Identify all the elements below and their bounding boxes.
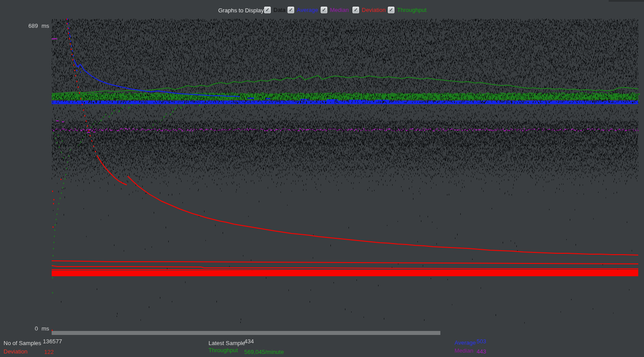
no-of-samples-label: No of Samples (4, 340, 41, 346)
window-artifact (609, 0, 644, 2)
jmeter-graph-results-window: Graphs to Display ✓ Data ✓ Average ✓ Med… (0, 0, 644, 357)
check-icon: ✓ (265, 8, 269, 12)
checkbox-average[interactable]: ✓ Average (288, 7, 318, 13)
checkbox-median-label: Median (330, 7, 349, 13)
checkbox-data-label: Data (273, 7, 285, 13)
median-label: Median (455, 347, 474, 354)
y-axis-min-unit: ms (42, 325, 49, 332)
checkbox-median[interactable]: ✓ Median (321, 7, 349, 13)
check-icon: ✓ (354, 8, 358, 12)
throughput-label: Throughput (208, 347, 238, 353)
y-axis-max-unit: ms (42, 23, 49, 29)
check-icon: ✓ (289, 8, 293, 12)
checkbox-icon[interactable]: ✓ (264, 7, 271, 13)
average-value: 503 (477, 338, 486, 345)
check-icon: ✓ (322, 8, 326, 12)
checkbox-throughput-label: Throughput (397, 7, 427, 13)
checkbox-deviation-label: Deviation (362, 7, 386, 13)
latest-sample-value: 434 (244, 338, 254, 345)
median-value: 443 (477, 348, 486, 355)
deviation-value: 122 (44, 349, 54, 355)
checkbox-throughput[interactable]: ✓ Throughput (388, 7, 427, 13)
y-axis-max-label: 689 (26, 23, 38, 29)
checkbox-icon[interactable]: ✓ (388, 7, 394, 13)
throughput-value: 569,045/minute (244, 349, 284, 355)
checkbox-deviation[interactable]: ✓ Deviation (352, 7, 386, 13)
deviation-label: Deviation (4, 348, 27, 355)
graphs-to-display-label: Graphs to Display (218, 7, 264, 14)
latest-sample-label: Latest Sample (208, 340, 245, 346)
horizontal-scrollbar-thumb[interactable] (52, 331, 440, 335)
checkbox-icon[interactable]: ✓ (352, 7, 359, 13)
checkbox-icon[interactable]: ✓ (321, 7, 327, 13)
checkbox-data[interactable]: ✓ Data (264, 7, 285, 13)
check-icon: ✓ (389, 8, 393, 12)
graph-plot-canvas (0, 0, 644, 357)
average-label: Average (455, 339, 476, 346)
checkbox-icon[interactable]: ✓ (288, 7, 294, 13)
checkbox-average-label: Average (297, 7, 318, 13)
no-of-samples-value: 136577 (43, 338, 62, 345)
y-axis-min-label: 0 (26, 325, 38, 332)
